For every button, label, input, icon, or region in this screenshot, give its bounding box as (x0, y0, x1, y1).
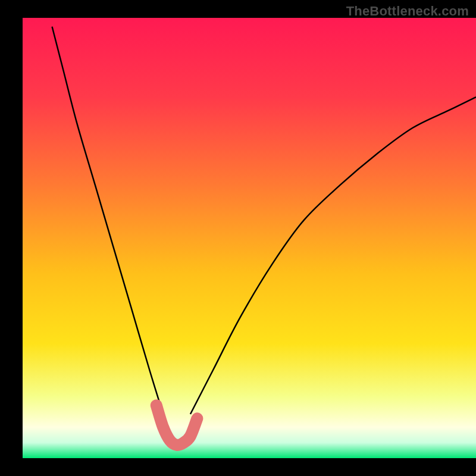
plot-background (23, 18, 476, 458)
bottleneck-chart (0, 0, 476, 476)
frame-bottom (0, 458, 476, 476)
frame-left (0, 0, 23, 476)
chart-stage: TheBottleneck.com (0, 0, 476, 476)
watermark-text: TheBottleneck.com (346, 4, 469, 19)
